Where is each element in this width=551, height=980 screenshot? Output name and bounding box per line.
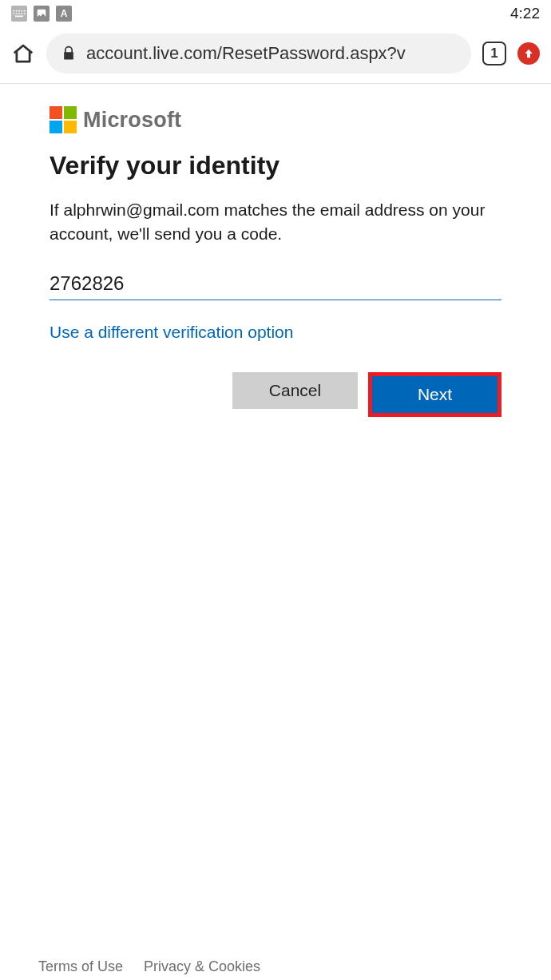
button-row: Cancel Next bbox=[50, 372, 501, 417]
svg-rect-8 bbox=[18, 13, 20, 14]
address-bar[interactable]: account.live.com/ResetPassword.aspx?v bbox=[46, 34, 471, 73]
next-button-highlight: Next bbox=[368, 372, 501, 417]
different-verification-link[interactable]: Use a different verification option bbox=[50, 323, 293, 342]
svg-rect-4 bbox=[22, 10, 23, 12]
image-icon bbox=[34, 6, 50, 22]
svg-rect-6 bbox=[14, 13, 15, 14]
footer-links: Terms of Use Privacy & Cookies bbox=[0, 958, 551, 975]
svg-rect-9 bbox=[22, 13, 23, 14]
instruction-text: If alphrwin@gmail.com matches the email … bbox=[50, 198, 501, 247]
page-content: Microsoft Verify your identity If alphrw… bbox=[0, 84, 551, 417]
keyboard-icon bbox=[11, 6, 27, 22]
svg-rect-10 bbox=[24, 13, 26, 14]
svg-rect-1 bbox=[14, 10, 15, 12]
svg-rect-5 bbox=[24, 10, 26, 12]
terms-link[interactable]: Terms of Use bbox=[38, 958, 123, 975]
lock-icon bbox=[61, 46, 77, 61]
svg-rect-2 bbox=[16, 10, 18, 12]
microsoft-logo: Microsoft bbox=[50, 106, 501, 133]
browser-toolbar: account.live.com/ResetPassword.aspx?v 1 bbox=[0, 26, 551, 84]
home-icon[interactable] bbox=[11, 42, 35, 65]
clock: 4:22 bbox=[510, 5, 540, 22]
svg-rect-3 bbox=[18, 10, 20, 12]
update-icon[interactable] bbox=[517, 42, 540, 65]
svg-rect-7 bbox=[16, 13, 18, 14]
next-button[interactable]: Next bbox=[372, 376, 497, 413]
page-title: Verify your identity bbox=[50, 151, 501, 181]
status-bar: A 4:22 bbox=[0, 0, 551, 26]
url-text: account.live.com/ResetPassword.aspx?v bbox=[86, 43, 406, 64]
privacy-link[interactable]: Privacy & Cookies bbox=[144, 958, 260, 975]
font-a-icon: A bbox=[56, 6, 72, 22]
microsoft-logo-icon bbox=[50, 106, 77, 133]
cancel-button[interactable]: Cancel bbox=[232, 372, 358, 409]
verification-code-input[interactable] bbox=[50, 268, 501, 300]
tab-count[interactable]: 1 bbox=[482, 42, 506, 65]
svg-rect-11 bbox=[15, 16, 23, 18]
microsoft-wordmark: Microsoft bbox=[83, 108, 181, 133]
